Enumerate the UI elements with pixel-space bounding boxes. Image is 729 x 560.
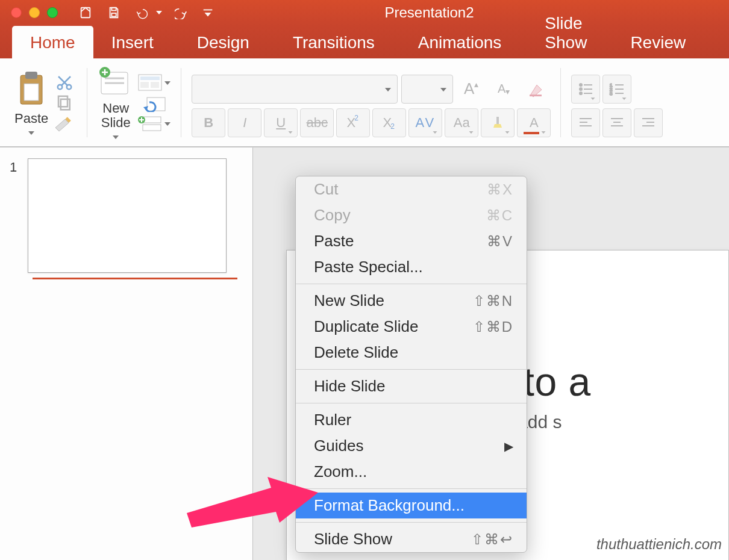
tab-slideshow[interactable]: Slide Show	[527, 7, 605, 60]
ctx-zoom[interactable]: Zoom...	[296, 459, 527, 485]
font-highlight-button[interactable]	[481, 108, 515, 137]
ribbon: Paste New Slide	[0, 58, 729, 148]
svg-rect-19	[151, 82, 159, 88]
save-icon[interactable]	[107, 6, 120, 19]
ribbon-group-slides: New Slide	[94, 62, 175, 143]
thumbnail-selection-underline	[33, 278, 237, 279]
cut-icon[interactable]	[52, 73, 77, 92]
subscript-button[interactable]: X2	[372, 108, 406, 137]
slide-thumbnail-1[interactable]	[28, 158, 227, 273]
layout-icon[interactable]	[137, 73, 171, 92]
superscript-button[interactable]: X2	[336, 108, 370, 137]
tab-view[interactable]: View	[711, 26, 729, 60]
traffic-lights	[11, 7, 58, 18]
ctx-delete-slide[interactable]: Delete Slide	[296, 340, 527, 366]
svg-point-26	[580, 84, 582, 86]
font-size-dropdown[interactable]	[401, 75, 453, 104]
tab-design[interactable]: Design	[179, 26, 268, 60]
ribbon-group-clipboard: Paste	[11, 62, 81, 143]
ctx-slide-show[interactable]: Slide Show⇧⌘↩	[296, 526, 527, 552]
svg-rect-22	[143, 117, 161, 123]
font-name-dropdown[interactable]	[192, 75, 398, 104]
svg-rect-2	[111, 13, 116, 16]
bullets-button[interactable]	[571, 75, 600, 104]
ctx-guides[interactable]: Guides▶	[296, 433, 527, 459]
ribbon-group-font: A▴ A▾ B I U abc X2 X2 AV Aa A	[188, 62, 554, 143]
svg-rect-6	[25, 72, 37, 79]
clear-formatting-icon[interactable]	[522, 75, 551, 104]
svg-rect-17	[140, 76, 160, 80]
ctx-ruler[interactable]: Ruler	[296, 407, 527, 433]
ctx-cut[interactable]: Cut⌘X	[296, 176, 527, 202]
ribbon-tabs: Home Insert Design Transitions Animation…	[0, 25, 729, 58]
ctx-separator	[296, 488, 527, 489]
thumbnail-number: 1	[10, 160, 17, 175]
copy-icon[interactable]	[52, 94, 77, 112]
tab-insert[interactable]: Insert	[93, 26, 172, 60]
paste-label: Paste	[14, 111, 48, 126]
decrease-font-icon[interactable]: A▾	[489, 75, 518, 104]
minimize-window-button[interactable]	[29, 7, 40, 18]
svg-text:3: 3	[610, 91, 613, 96]
redo-icon[interactable]	[175, 6, 188, 19]
svg-rect-0	[81, 8, 90, 18]
reset-icon[interactable]	[137, 94, 171, 112]
strikethrough-button[interactable]: abc	[300, 108, 334, 137]
svg-rect-3	[204, 10, 213, 11]
tab-animations[interactable]: Animations	[400, 26, 520, 60]
italic-button[interactable]: I	[228, 108, 261, 137]
change-case-button[interactable]: Aa	[445, 108, 478, 137]
watermark-text: thuthuattienich.com	[596, 536, 722, 553]
ctx-new-slide[interactable]: New Slide⇧⌘N	[296, 288, 527, 314]
tab-transitions[interactable]: Transitions	[275, 26, 393, 60]
svg-rect-11	[58, 96, 67, 107]
ctx-hide-slide[interactable]: Hide Slide	[296, 373, 527, 399]
new-slide-label: New Slide	[101, 101, 131, 130]
ctx-separator	[296, 403, 527, 403]
ctx-separator	[296, 522, 527, 523]
ctx-paste[interactable]: Paste⌘V	[296, 228, 527, 254]
svg-point-30	[580, 92, 582, 95]
close-window-button[interactable]	[11, 7, 22, 18]
ctx-format-background[interactable]: Format Background...	[296, 493, 527, 518]
bold-button[interactable]: B	[192, 108, 225, 137]
align-center-button[interactable]	[602, 108, 631, 137]
character-spacing-button[interactable]: AV	[408, 108, 442, 137]
numbering-button[interactable]: 123	[602, 75, 631, 104]
undo-icon[interactable]	[136, 6, 160, 19]
title-bar: Presentation2	[0, 0, 729, 25]
svg-rect-7	[24, 84, 39, 101]
tab-home[interactable]: Home	[12, 26, 93, 60]
align-left-button[interactable]	[571, 108, 600, 137]
fullscreen-window-button[interactable]	[47, 7, 58, 18]
increase-font-icon[interactable]: A▴	[457, 75, 486, 104]
file-icon[interactable]	[79, 6, 92, 19]
tab-review[interactable]: Review	[612, 26, 704, 60]
align-right-button[interactable]	[634, 108, 663, 137]
svg-rect-23	[143, 125, 161, 131]
svg-rect-10	[61, 99, 70, 110]
new-slide-button[interactable]: New Slide	[98, 66, 134, 139]
section-icon[interactable]	[137, 114, 171, 132]
format-painter-icon[interactable]	[52, 114, 77, 132]
underline-button[interactable]: U	[264, 108, 298, 137]
font-color-button[interactable]: A	[517, 108, 551, 137]
svg-rect-18	[140, 82, 149, 88]
ctx-duplicate-slide[interactable]: Duplicate Slide⇧⌘D	[296, 314, 527, 340]
svg-point-28	[580, 88, 582, 90]
ctx-paste-special[interactable]: Paste Special...	[296, 254, 527, 280]
customize-qat-icon[interactable]	[203, 6, 213, 19]
slide-thumbnail-panel: 1	[0, 148, 253, 560]
svg-rect-25	[530, 95, 542, 96]
ctx-separator	[296, 284, 527, 284]
paste-button[interactable]: Paste	[14, 70, 48, 135]
ctx-copy[interactable]: Copy⌘C	[296, 202, 527, 228]
svg-marker-4	[205, 13, 211, 16]
context-menu: Cut⌘X Copy⌘C Paste⌘V Paste Special... Ne…	[295, 176, 527, 553]
svg-rect-1	[111, 8, 116, 11]
quick-access-toolbar	[79, 6, 213, 19]
ctx-separator	[296, 369, 527, 370]
ribbon-group-paragraph: 123	[568, 62, 666, 143]
